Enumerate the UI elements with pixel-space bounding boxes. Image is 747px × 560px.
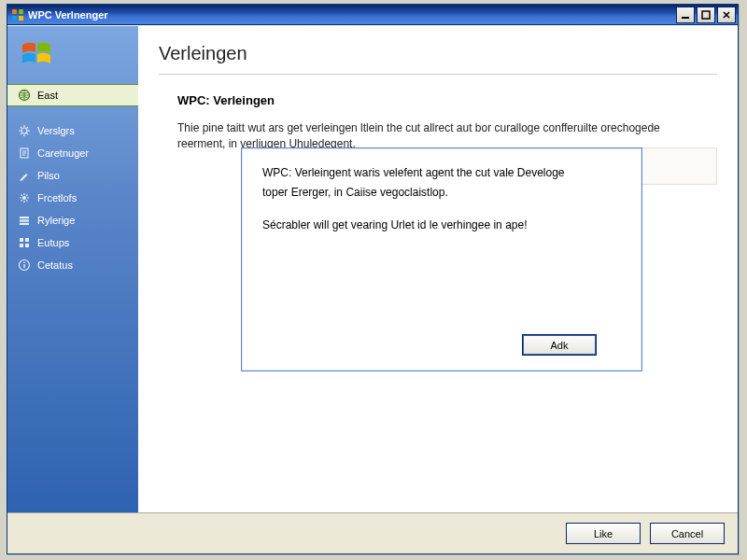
minimize-button[interactable] — [676, 7, 695, 23]
stack-icon — [17, 213, 32, 228]
sidebar-item-label: Pilso — [37, 170, 60, 181]
window-body: East Verslgrs Caretnuger Pilso — [7, 25, 738, 512]
svg-point-7 — [21, 128, 27, 133]
svg-point-9 — [22, 196, 26, 200]
dialog-text-line1: WPC: Verleingent waris velefent agent th… — [262, 165, 623, 181]
dialog-text-line3: Sécrabler will get vearing Urlet id le v… — [262, 217, 623, 233]
svg-rect-12 — [20, 223, 29, 225]
svg-rect-0 — [12, 9, 17, 14]
sidebar-item-eutups[interactable]: Eutups — [7, 231, 138, 254]
sidebar-item-label: Rylerige — [37, 215, 75, 226]
doc-icon — [17, 146, 32, 161]
gear-icon — [17, 123, 32, 138]
info-icon — [17, 258, 32, 273]
sidebar-item-label: Caretnuger — [37, 147, 89, 159]
app-window: WPC Verlnenger — [7, 4, 739, 554]
message-dialog: WPC: Verleingent waris velefent agent th… — [241, 147, 642, 371]
sidebar-item-label: Verslgrs — [37, 125, 75, 136]
sidebar-item-label: Cetatus — [37, 259, 73, 271]
svg-rect-3 — [19, 16, 23, 21]
app-icon — [11, 8, 24, 21]
cancel-button[interactable]: Cancel — [650, 523, 725, 544]
sidebar-item-frcetlofs[interactable]: Frcetlofs — [7, 187, 138, 209]
globe-icon — [17, 88, 32, 103]
footer-bar: Like Cancel — [7, 512, 738, 553]
svg-rect-2 — [12, 16, 17, 21]
brand-logo — [7, 32, 138, 84]
grid-icon — [17, 235, 32, 250]
svg-rect-10 — [20, 217, 29, 218]
divider — [159, 74, 717, 75]
svg-rect-19 — [23, 262, 24, 263]
dialog-ok-button[interactable]: Adk — [522, 334, 597, 356]
brush-icon — [17, 168, 32, 183]
content-area: Verleingen WPC: Verleingen Thie pine tai… — [138, 26, 738, 512]
page-subtitle: WPC: Verleingen — [177, 93, 717, 107]
sidebar-item-label: Frcetlofs — [37, 192, 77, 203]
svg-rect-18 — [23, 264, 24, 268]
sidebar-item-rylerige[interactable]: Rylerige — [7, 209, 138, 231]
svg-rect-13 — [20, 238, 23, 242]
svg-rect-16 — [25, 244, 29, 247]
svg-rect-4 — [682, 17, 689, 19]
like-button[interactable]: Like — [566, 523, 641, 544]
sidebar-item-caretnuger[interactable]: Caretnuger — [7, 142, 138, 164]
svg-rect-1 — [19, 9, 23, 14]
sidebar-item-pilso[interactable]: Pilso — [7, 164, 138, 187]
sidebar-item-east[interactable]: East — [7, 84, 138, 106]
titlebar[interactable]: WPC Verlnenger — [7, 5, 738, 25]
dialog-text-line2: toper Ererger, in Caiise vegoclaistlop. — [262, 185, 623, 201]
page-title: Verleingen — [159, 43, 717, 64]
svg-rect-15 — [20, 244, 23, 247]
sidebar-item-verslgrs[interactable]: Verslgrs — [7, 119, 138, 142]
sidebar-item-cetatus[interactable]: Cetatus — [7, 254, 138, 276]
svg-rect-14 — [25, 238, 29, 242]
svg-rect-11 — [20, 219, 29, 221]
sidebar: East Verslgrs Caretnuger Pilso — [7, 26, 138, 512]
svg-rect-5 — [702, 11, 710, 19]
window-title: WPC Verlnenger — [28, 9, 108, 21]
close-button[interactable] — [717, 7, 736, 23]
sidebar-item-label: Eutups — [37, 237, 69, 248]
sidebar-item-label: East — [37, 90, 58, 101]
flower-icon — [17, 190, 32, 205]
maximize-button[interactable] — [697, 7, 715, 23]
